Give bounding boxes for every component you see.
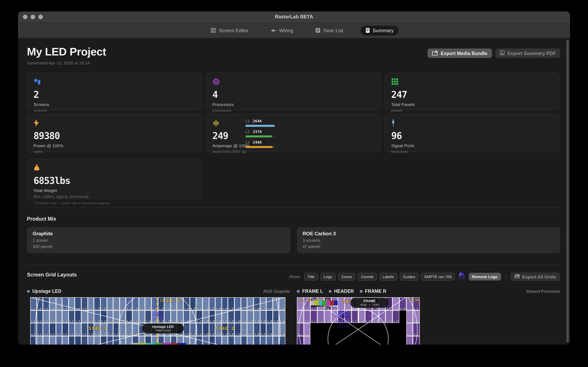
led-tile: 1.40 bbox=[279, 298, 285, 310]
led-tile: 4.3 bbox=[43, 336, 49, 345]
led-tile: 4.36 bbox=[254, 336, 259, 345]
product-card-roe-carbon-3: ROE Carbon 3 3 screens 47 panels bbox=[297, 227, 560, 253]
led-tile: 2.34 bbox=[241, 310, 247, 323]
led-tile: 4.26 bbox=[190, 336, 196, 345]
weight-disclaimer: * Estimate only — verify with a structur… bbox=[34, 201, 195, 205]
led-tile: 1.2 bbox=[318, 310, 324, 323]
led-tile: 1.8 bbox=[359, 310, 365, 323]
led-tile: 1.37 bbox=[260, 298, 266, 310]
led-tile: 1.29 bbox=[209, 298, 215, 310]
gear-list-icon bbox=[315, 28, 320, 33]
led-tile: 1.26 bbox=[190, 298, 196, 310]
led-tile: 2.21 bbox=[158, 310, 164, 323]
led-tile: 2.10 bbox=[88, 310, 94, 323]
show-toggle-chips: TitleLogoZonesCoordsLabelsGuidesSMPTE re… bbox=[304, 273, 455, 281]
chip-logo[interactable]: Logo bbox=[320, 273, 336, 281]
chip-title[interactable]: Title bbox=[304, 273, 318, 281]
led-tile: 1.11 bbox=[379, 310, 385, 323]
led-tile: 2.35 bbox=[248, 310, 253, 323]
smpte-color-bars bbox=[130, 343, 186, 345]
led-tile: 3.2 bbox=[37, 323, 43, 335]
stat-sub: processors bbox=[212, 108, 374, 113]
tab-screen-editor[interactable]: Screen Editor bbox=[206, 25, 253, 35]
led-tile: 4.10 bbox=[88, 336, 94, 345]
led-tile: 4.5 bbox=[56, 336, 62, 345]
coordinate-label: (3,840, 0) bbox=[160, 299, 182, 303]
generated-timestamp: Generated Apr 12, 2026 at 18:14 bbox=[27, 60, 90, 65]
export-summary-pdf-button[interactable]: A= Export Summary PDF bbox=[495, 49, 560, 58]
svg-text:A=: A= bbox=[501, 51, 503, 53]
led-tile: 2.27 bbox=[197, 310, 202, 323]
led-tile: 1.38 bbox=[267, 298, 272, 310]
led-tile: 1.15 bbox=[120, 298, 126, 310]
chip-labels[interactable]: Labels bbox=[379, 273, 397, 281]
stat-value: 96 bbox=[391, 131, 553, 141]
led-tile: 1.32 bbox=[228, 298, 234, 310]
stat-value: 247 bbox=[391, 89, 553, 100]
led-tile: 2.30 bbox=[216, 310, 221, 323]
chip-coords[interactable]: Coords bbox=[358, 273, 377, 281]
led-tile: 3.16 bbox=[126, 323, 132, 335]
led-tile: 1.7 bbox=[69, 298, 75, 310]
led-tile: 4.7 bbox=[69, 336, 75, 345]
product-screens: 1 screen bbox=[33, 238, 285, 243]
led-tile: 3.39 bbox=[273, 323, 279, 335]
led-tile: 3.5 bbox=[56, 323, 62, 335]
led-tile: 2.7 bbox=[69, 310, 75, 323]
led-tile: 2.2 bbox=[37, 310, 43, 323]
coordinate-label: (0, 0) bbox=[298, 298, 311, 302]
stat-label: Total Weight bbox=[34, 188, 195, 193]
led-tile: 2.1 bbox=[297, 310, 303, 323]
zone-label-sx40-1: SX40 1 bbox=[89, 326, 107, 331]
led-tile: 2.40 bbox=[279, 310, 285, 323]
led-tile: 3.35 bbox=[248, 323, 253, 335]
stat-sub: tiles, cables, rigging, processing bbox=[34, 194, 195, 199]
tab-gear-list[interactable]: Gear List bbox=[310, 25, 348, 35]
chip-guides[interactable]: Guides bbox=[399, 273, 418, 281]
led-tile: 2.26 bbox=[190, 310, 196, 323]
led-tile: 2.15 bbox=[120, 310, 126, 323]
screen-editor-icon bbox=[211, 28, 216, 33]
chip-zones[interactable]: Zones bbox=[338, 273, 355, 281]
led-tile: 3.13 bbox=[107, 323, 113, 335]
product-screens: 3 screens bbox=[303, 238, 554, 243]
vertical-scrollbar[interactable] bbox=[566, 40, 569, 342]
product-name: Graphite bbox=[33, 231, 285, 236]
led-tile: 2.19 bbox=[146, 310, 151, 323]
led-tile: 2.13 bbox=[107, 310, 113, 323]
stat-card-processors: 4 Processors processors bbox=[206, 73, 380, 110]
phase-bar-fill bbox=[245, 146, 273, 148]
led-tile: 1.12 bbox=[101, 298, 106, 310]
remove-logo-button[interactable]: Remove Logo bbox=[469, 273, 501, 281]
center-guide-line bbox=[157, 297, 158, 345]
section-divider bbox=[27, 265, 560, 265]
phase-bar-track bbox=[245, 135, 275, 137]
chip-smpte-rec-709[interactable]: SMPTE rec.709 bbox=[421, 273, 455, 281]
tab-summary[interactable]: Summary bbox=[360, 25, 398, 35]
led-tile: 2.23 bbox=[171, 310, 177, 323]
led-tile: 1.25 bbox=[184, 298, 189, 310]
led-tile: 1.3 bbox=[43, 298, 49, 310]
stat-sub: amps total 208V 3φ bbox=[212, 149, 374, 154]
stat-sub: watts bbox=[34, 149, 195, 154]
led-tile: 1.14 bbox=[113, 298, 119, 310]
product-mix-heading: Product Mix bbox=[27, 216, 56, 222]
tab-wiring[interactable]: Wiring bbox=[266, 25, 298, 35]
led-tile: 2.24 bbox=[177, 310, 183, 323]
led-tile: 4.33 bbox=[235, 336, 240, 345]
export-media-bundle-button[interactable]: Export Media Bundle bbox=[428, 49, 492, 58]
led-tile: 3.2 bbox=[414, 323, 419, 335]
export-all-grids-button[interactable]: Export All Grids bbox=[510, 272, 560, 281]
led-tile: 1.34 bbox=[241, 298, 247, 310]
stat-value: 6853lbs bbox=[34, 175, 195, 186]
led-tile: 3.8 bbox=[75, 323, 81, 335]
led-tile: 4.27 bbox=[197, 336, 202, 345]
led-tile: 3.15 bbox=[120, 323, 126, 335]
led-tile: 2.12 bbox=[101, 310, 106, 323]
led-tile: 1.13 bbox=[393, 310, 399, 323]
led-tile: 4.1 bbox=[31, 336, 36, 345]
led-tile: 1.4 bbox=[50, 298, 55, 310]
led-tile: 3.34 bbox=[241, 323, 247, 335]
led-tile: 4.29 bbox=[209, 336, 215, 345]
led-tile: 4.11 bbox=[95, 336, 100, 345]
